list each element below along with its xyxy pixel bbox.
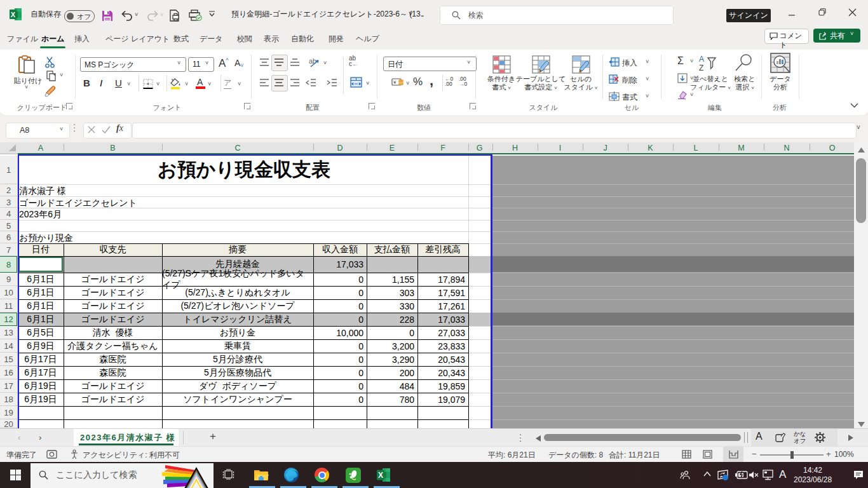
svg-text:X: X [378, 471, 383, 480]
svg-text:ab: ab [309, 57, 316, 65]
svg-text:A: A [699, 55, 704, 64]
svg-text:X: X [11, 11, 16, 18]
svg-text:Z: Z [699, 64, 703, 72]
svg-text:¥: ¥ [393, 79, 397, 85]
